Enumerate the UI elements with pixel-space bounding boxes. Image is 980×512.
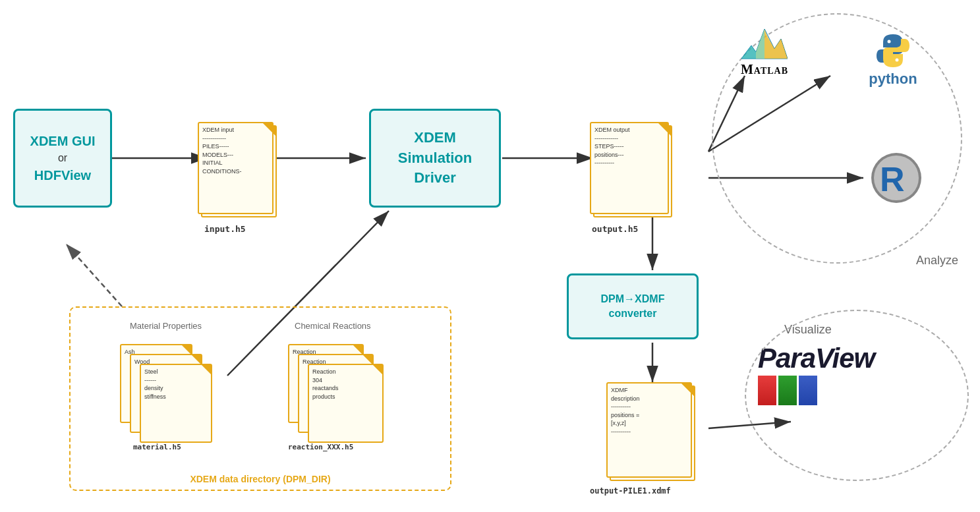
python-area: python	[844, 20, 942, 99]
xdem-gui-hdfview: HDFView	[34, 167, 91, 184]
r-logo-icon: R	[870, 152, 923, 204]
visualize-ellipse	[745, 310, 969, 481]
xdem-gui-or: or	[58, 152, 67, 164]
xdmf-file-label: output-PILE1.xdmf	[590, 486, 671, 496]
sim-driver-line3: Driver	[414, 168, 456, 188]
python-label: python	[869, 71, 917, 88]
matlab-logo-icon	[741, 26, 788, 62]
r-area: R	[857, 145, 936, 211]
output-file-label: output.h5	[592, 224, 638, 234]
input-doc-front: XDEM input------------PILES-----MODELS--…	[198, 122, 274, 214]
xdmf-doc-front: XDMFdescription----------positions =[x,y…	[606, 382, 692, 478]
material-properties-label: Material Properties	[130, 321, 202, 331]
main-diagram: XDEM GUI or HDFView XDEM input----------…	[0, 0, 980, 512]
dpm-line2: converter	[609, 306, 657, 321]
data-directory-box: XDEM data directory (DPM_DIR) Material P…	[69, 306, 451, 491]
input-doc-content: XDEM input------------PILES-----MODELS--…	[199, 123, 272, 179]
reaction-file-label: reaction_XXX.h5	[288, 443, 353, 451]
svg-line-12	[66, 244, 122, 306]
xdem-gui-box: XDEM GUI or HDFView	[13, 109, 112, 208]
svg-point-14	[888, 40, 891, 43]
analyze-label: Analyze	[916, 254, 958, 268]
python-logo-icon	[873, 31, 913, 71]
matlab-label: MATLAB	[741, 62, 788, 77]
material-doc-steel: Steel------densitystiffness	[140, 364, 212, 443]
svg-text:R: R	[880, 160, 905, 198]
output-doc-content: XDEM output------------STEPS-----positio…	[591, 123, 668, 170]
svg-point-15	[896, 59, 899, 62]
dpm-line1: DPM→XDMF	[601, 292, 665, 306]
dpm-xdmf-box: DPM→XDMF converter	[567, 273, 699, 339]
sim-driver-line2: Simulation	[398, 148, 472, 169]
input-file-label: input.h5	[204, 224, 246, 234]
output-doc-front: XDEM output------------STEPS-----positio…	[590, 122, 669, 214]
sim-driver-line1: XDEM	[414, 128, 456, 148]
data-dir-label: XDEM data directory (DPM_DIR)	[190, 474, 330, 484]
xdmf-doc-content: XDMFdescription----------positions =[x,y…	[608, 384, 691, 439]
xdem-gui-title: XDEM GUI	[30, 132, 96, 150]
matlab-area: MATLAB	[722, 18, 807, 84]
chemical-reactions-label: Chemical Reactions	[295, 321, 371, 331]
material-file-label: material.h5	[133, 443, 181, 451]
reaction-doc-front: Reaction304reactandsproducts	[308, 364, 384, 443]
sim-driver-box: XDEM Simulation Driver	[369, 109, 501, 208]
